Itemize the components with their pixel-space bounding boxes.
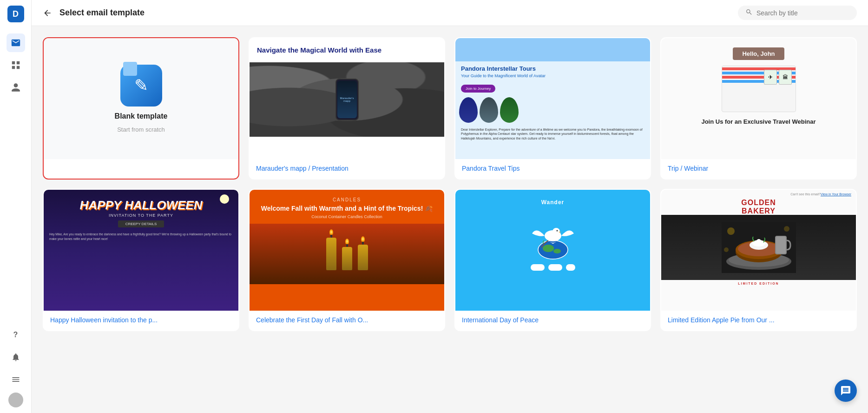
trip-join-text: Join Us for an Exclusive Travel Webinar [701,118,815,126]
sidebar-item-email[interactable] [7,33,25,52]
sidebar-help[interactable]: ? [7,326,25,344]
back-button[interactable] [43,8,52,18]
blank-title: Blank template [115,112,168,120]
sidebar-menu[interactable] [7,370,25,389]
template-card-blank[interactable]: ✎ Blank template Start from scratch [43,37,239,180]
template-card-pandora[interactable]: Pandora Interstellar Tours Your Guide to… [454,37,651,180]
marauder-image: Marauder's mapp [250,62,444,137]
trip-greeting: Hello, John [733,47,784,60]
pandora-sub: Your Guide to the Magnificent World of A… [461,73,644,78]
candle-flame-3 [361,236,365,242]
bakery-image [661,215,856,280]
template-card-fall[interactable]: CANDLES Welcome Fall with Warmth and a H… [249,189,445,331]
halloween-title: HAPPY HALLOWEEN [44,190,238,213]
template-card-marauder[interactable]: Navigate the Magical World with Ease Mar… [249,37,445,180]
svg-point-6 [556,230,558,232]
fall-logo: CANDLES [250,190,444,204]
fall-title: Welcome Fall with Warmth and a Hint of t… [250,204,444,213]
marauder-phone-screen: Marauder's mapp [337,81,357,118]
template-card-trip[interactable]: Hello, John ✈ 🏛 [660,37,857,180]
halloween-body-text: Hey Mike, Are you ready to embrace the d… [44,230,238,243]
sidebar-item-grid[interactable] [7,56,25,74]
candle-2 [342,247,352,270]
blank-sub: Start from scratch [117,126,165,133]
blank-icon: ✎ [120,65,162,107]
bakery-brand-line1: GOLDEN [661,199,856,207]
halloween-sub: INVITATION TO THE PARTY [44,213,238,218]
svg-point-5 [552,228,560,235]
bakery-footer: Limited Edition Apple Pie from Our ... [661,311,856,330]
bakery-brand-line2: BAKERY [661,207,856,215]
app-logo: D [7,6,24,22]
peace-cloud-3 [566,264,575,271]
marauder-phone: Marauder's mapp [335,79,359,120]
pandora-img1 [459,97,478,123]
pandora-preview: Pandora Interstellar Tours Your Guide to… [455,38,650,159]
pandora-img3 [500,97,519,123]
peace-preview: Wander [455,190,650,311]
marauder-preview: Navigate the Magical World with Ease Mar… [250,38,444,159]
fall-candles-img [250,224,444,284]
bakery-preview: Can't see this email? View in Your Brows… [661,190,856,311]
svg-point-18 [727,227,735,235]
svg-rect-17 [776,237,786,253]
halloween-badge: CREEPY DETAILS [118,220,164,227]
svg-point-20 [724,247,729,252]
pandora-title: Pandora Interstellar Tours [461,65,644,73]
pencil-icon: ✎ [134,76,148,95]
peace-label: International Day of Peace [462,316,644,324]
bakery-top: Can't see this email? View in Your Brows… [661,190,856,199]
templates-grid: ✎ Blank template Start from scratch Navi… [43,37,857,331]
pandora-images [455,95,650,125]
fall-preview: CANDLES Welcome Fall with Warmth and a H… [250,190,444,311]
sidebar-bottom: ? [7,326,25,407]
trip-stamp-2: 🏛 [779,70,792,85]
bakery-cant-see: Can't see this email? [790,193,821,196]
bakery-limited: LIMITED EDITION [661,282,856,285]
search-bar [738,6,857,20]
svg-point-2 [543,245,554,252]
candle-1 [326,238,336,270]
template-card-halloween[interactable]: HAPPY HALLOWEEN INVITATION TO THE PARTY … [43,189,239,331]
sidebar-avatar[interactable] [8,393,23,407]
bakery-label: Limited Edition Apple Pie from Our ... [668,316,849,324]
trip-stamp-1: ✈ [764,70,777,85]
sidebar-notifications[interactable] [7,348,25,366]
template-card-bakery[interactable]: Can't see this email? View in Your Brows… [660,189,857,331]
blank-preview: ✎ Blank template Start from scratch [44,38,238,159]
pandora-btn: Join to Journey [461,85,495,93]
pandora-title-block: Pandora Interstellar Tours Your Guide to… [455,61,650,82]
fall-label: Celebrate the First Day of Fall with O..… [256,316,438,324]
pandora-text: Dear Interstellar Explorer, Prepare for … [455,125,650,144]
halloween-label: Happy Halloween invitation to the p... [50,316,232,324]
peace-clouds [531,264,575,271]
halloween-preview: HAPPY HALLOWEEN INVITATION TO THE PARTY … [44,190,238,311]
search-input[interactable] [756,9,849,17]
chat-button[interactable] [835,380,857,402]
peace-dove-svg [523,210,583,261]
svg-point-19 [784,226,789,232]
main-content: Select email template ✎ Blank template S… [32,0,868,413]
svg-point-15 [756,239,761,244]
bakery-view-link: View in Your Browser [821,193,851,196]
pandora-header [455,38,650,61]
peace-logo: Wander [541,199,565,206]
pandora-label: Pandora Travel Tips [462,165,644,172]
peace-footer: International Day of Peace [455,311,650,330]
templates-area: ✎ Blank template Start from scratch Navi… [32,26,868,413]
bakery-brand: GOLDEN BAKERY [661,199,856,215]
fall-footer: Celebrate the First Day of Fall with O..… [250,311,444,330]
peace-cloud-1 [531,264,545,271]
template-card-peace[interactable]: Wander [454,189,651,331]
candle-flame-1 [329,229,333,235]
peace-cloud-2 [548,264,562,271]
trip-footer: Trip / Webinar [661,159,856,179]
trip-envelope: ✈ 🏛 [722,66,796,112]
sidebar-item-person[interactable] [7,78,25,97]
pandora-img2 [480,97,498,123]
page-title: Select email template [59,8,145,18]
search-icon [745,8,753,17]
header: Select email template [32,0,868,26]
trip-preview: Hello, John ✈ 🏛 [661,38,856,159]
candle-flame-2 [345,239,349,244]
